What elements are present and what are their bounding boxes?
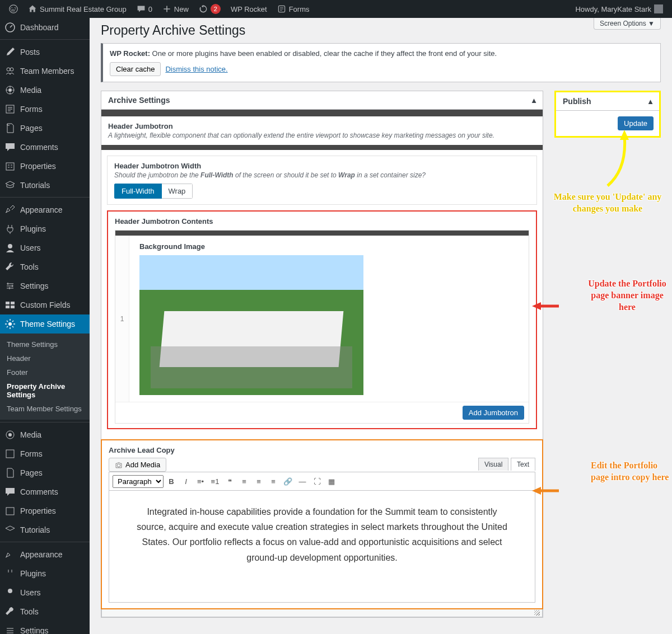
submenu-item-footer[interactable]: Footer [0,365,90,379]
menu-appearance-2[interactable]: Appearance [0,545,90,564]
menu-media[interactable]: Media [0,81,90,100]
more-button[interactable]: — [296,475,309,488]
screen-options-toggle[interactable]: Screen Options ▼ [594,18,661,30]
archive-settings-panel: Archive Settings▴ Header Jumbotron A lig… [101,91,543,618]
editor-content[interactable]: Integrated in-house capabilities provide… [109,491,535,603]
menu-tools-2[interactable]: Tools [0,602,90,621]
menu-plugins-2[interactable]: Plugins [0,564,90,583]
annotation-update: Make sure you 'Update' any changes you m… [549,191,666,215]
lead-copy-title: Archive Lead Copy [109,446,535,454]
editor-tab-visual[interactable]: Visual [478,458,508,471]
menu-custom-fields[interactable]: Custom Fields [0,295,90,314]
svg-rect-8 [6,163,14,170]
svg-point-4 [10,68,13,71]
link-button[interactable]: 🔗 [281,475,295,488]
menu-appearance[interactable]: Appearance [0,200,90,219]
menu-settings-2[interactable]: Settings [0,621,90,634]
italic-button[interactable]: I [179,475,193,488]
menu-comments-2[interactable]: Comments [0,482,90,501]
bullet-list-button[interactable]: ≡• [194,475,207,488]
menu-media-2[interactable]: Media [0,425,90,444]
menu-forms[interactable]: Forms [0,100,90,119]
update-button[interactable]: Update [618,116,654,130]
align-right-button[interactable]: ≡ [267,475,280,488]
editor-toolbar: Paragraph B I ≡• ≡1 ❝ ≡ ≡ ≡ 🔗 — ⛶ [109,472,535,491]
menu-properties-2[interactable]: Properties [0,501,90,520]
updates-link[interactable]: 2 [194,0,225,18]
new-content-link[interactable]: New [158,0,193,18]
new-label: New [174,5,189,13]
menu-pages[interactable]: Pages [0,119,90,138]
notice-plugin-name: WP Rocket: [110,49,150,58]
editor-tab-text[interactable]: Text [511,458,535,471]
svg-rect-11 [11,302,15,304]
howdy-text: Howdy, MaryKate Stark [575,5,651,13]
bold-button[interactable]: B [165,475,178,488]
submenu-item-theme-settings[interactable]: Theme Settings [0,337,90,351]
annotation-intro-copy: Edit the Portfolio page intro copy here [591,460,672,483]
wordpress-logo-icon[interactable] [4,0,22,18]
fullscreen-button[interactable]: ⛶ [310,475,324,488]
menu-tutorials[interactable]: Tutorials [0,176,90,195]
collapse-icon[interactable]: ▴ [648,97,652,106]
menu-pages-2[interactable]: Pages [0,463,90,482]
archive-settings-header[interactable]: Archive Settings▴ [101,91,543,110]
publish-header[interactable]: Publish▴ [556,92,659,111]
comments-count: 0 [148,5,152,13]
menu-users-2[interactable]: Users [0,583,90,602]
menu-posts[interactable]: Posts [0,43,90,62]
site-name-link[interactable]: Summit Real Estate Group [24,0,131,18]
menu-users[interactable]: Users [0,238,90,257]
clear-cache-button[interactable]: Clear cache [110,62,161,76]
width-option-full[interactable]: Full-Width [114,184,162,199]
row-number: 1 [115,236,129,402]
menu-plugins[interactable]: Plugins [0,219,90,238]
orange-arrow-icon [532,482,560,499]
forms-link[interactable]: Forms [273,0,314,18]
number-list-button[interactable]: ≡1 [208,475,222,488]
menu-properties[interactable]: Properties [0,157,90,176]
svg-point-19 [8,589,12,593]
add-jumbotron-button[interactable]: Add Jumbotron [463,406,524,420]
toolbar-toggle-button[interactable]: ▦ [325,475,338,488]
svg-rect-18 [6,508,14,515]
header-jumbotron-desc: A lightweight, flexible component that c… [108,132,536,139]
menu-dashboard[interactable]: Dashboard [0,18,90,37]
editor-resize-handle[interactable] [101,609,543,617]
align-center-button[interactable]: ≡ [252,475,265,488]
page-title: Property Archive Settings [101,23,245,38]
comments-link[interactable]: 0 [132,0,157,18]
header-jumbotron-title: Header Jumbotron [108,122,536,130]
menu-tutorials-2[interactable]: Tutorials [0,520,90,539]
wp-rocket-link[interactable]: WP Rocket [226,0,272,18]
camera-icon [115,461,123,469]
width-option-wrap[interactable]: Wrap [162,184,193,199]
dismiss-notice-link[interactable]: Dismiss this notice. [165,65,227,73]
collapse-icon[interactable]: ▴ [532,96,536,105]
menu-settings[interactable]: Settings [0,276,90,295]
red-arrow-icon [532,298,560,314]
menu-tools[interactable]: Tools [0,257,90,276]
add-media-button[interactable]: Add Media [109,458,166,472]
format-select[interactable]: Paragraph [113,475,164,488]
svg-point-14 [8,322,12,326]
background-image-preview[interactable] [139,255,363,395]
menu-comments[interactable]: Comments [0,138,90,157]
submenu-item-property-archive[interactable]: Property Archive Settings [0,379,90,402]
jumbotron-width-title: Header Jumbotron Width [114,162,530,170]
align-left-button[interactable]: ≡ [237,475,251,488]
svg-marker-26 [620,130,629,140]
submenu-item-header[interactable]: Header [0,351,90,365]
jumbotron-contents-panel: Header Jumbotron Contents 1 Background I… [107,210,537,429]
submenu-item-team-member[interactable]: Team Member Settings [0,402,90,416]
yellow-arrow-icon [596,130,636,191]
svg-point-25 [117,463,120,467]
wp-rocket-notice: WP Rocket: One or more plugins have been… [101,43,661,82]
svg-rect-10 [6,302,10,304]
user-account-link[interactable]: Howdy, MaryKate Stark [571,0,668,18]
background-image-label: Background Image [139,242,519,251]
menu-forms-2[interactable]: Forms [0,444,90,463]
menu-theme-settings[interactable]: Theme Settings [0,314,90,334]
menu-team-members[interactable]: Team Members [0,62,90,81]
quote-button[interactable]: ❝ [223,475,236,488]
